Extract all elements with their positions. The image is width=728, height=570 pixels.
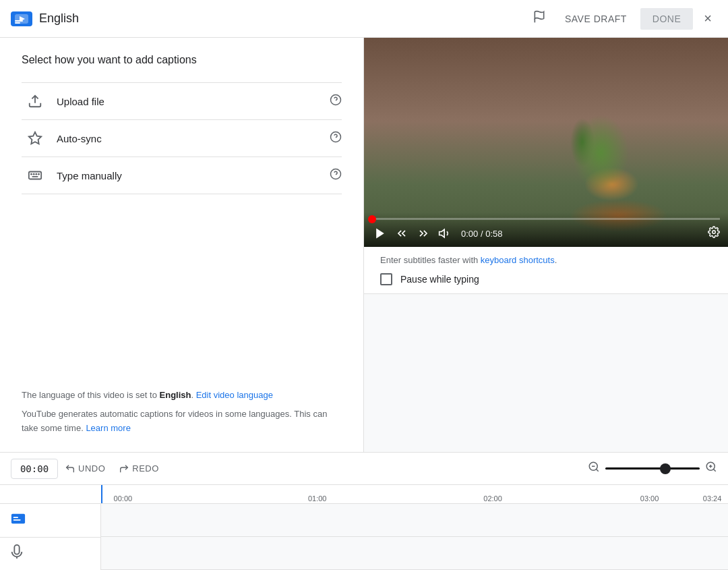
controls-row: 0:00 / 0:58: [372, 225, 720, 241]
youtube-logo-icon: [11, 11, 32, 26]
ruler-mark-0200: 02:00: [483, 494, 502, 503]
undo-button[interactable]: UNDO: [58, 459, 112, 478]
header: English SAVE DRAFT DONE ×: [0, 0, 728, 38]
svg-rect-11: [29, 172, 41, 179]
pause-while-typing-text: Pause while typing: [400, 274, 479, 285]
settings-button[interactable]: [708, 226, 720, 241]
select-caption-title: Select how you want to add captions: [22, 54, 342, 66]
auto-sync-label: Auto-sync: [57, 133, 330, 144]
timeline-area: UNDO REDO: [0, 452, 728, 570]
svg-marker-20: [439, 229, 445, 237]
keyboard-hint: Enter subtitles faster with keyboard sho…: [380, 255, 712, 265]
save-draft-button[interactable]: SAVE DRAFT: [557, 8, 635, 30]
keyboard-shortcuts-link[interactable]: keyboard shortcuts: [481, 255, 555, 265]
right-panel: 0:00 / 0:58 Enter subtitles faster with …: [364, 38, 728, 452]
upload-file-label: Upload file: [57, 96, 330, 107]
done-button[interactable]: DONE: [640, 8, 693, 30]
svg-marker-19: [376, 229, 384, 239]
progress-bar[interactable]: [372, 218, 720, 220]
svg-marker-8: [29, 132, 41, 144]
zoom-controls: [588, 461, 717, 476]
type-manually-help-icon[interactable]: [330, 168, 342, 183]
audio-track-icon: [11, 544, 23, 563]
captions-track-label: [0, 504, 100, 538]
option-list: Upload file Auto-sync: [22, 82, 342, 194]
playhead-line: [101, 485, 102, 503]
lang-info: The language of this video is set to Eng…: [22, 389, 342, 403]
upload-help-icon[interactable]: [330, 94, 342, 109]
svg-line-26: [713, 469, 715, 471]
track-labels: [0, 504, 101, 570]
tracks-container: [101, 504, 728, 570]
ruler-mark-0300: 03:00: [640, 494, 659, 503]
main-content: Select how you want to add captions Uplo…: [0, 38, 728, 452]
svg-rect-29: [11, 513, 25, 523]
zoom-slider[interactable]: [605, 467, 700, 469]
audio-track-row: [101, 537, 728, 570]
type-manually-label: Type manually: [57, 170, 330, 181]
auto-sync-option[interactable]: Auto-sync: [22, 120, 342, 157]
left-panel: Select how you want to add captions Uplo…: [0, 38, 364, 452]
ruler-mark-0000: 00:00: [114, 494, 133, 503]
play-button[interactable]: [372, 225, 388, 241]
pause-while-typing-label[interactable]: Pause while typing: [380, 273, 712, 285]
svg-line-23: [596, 469, 598, 471]
svg-rect-30: [13, 517, 18, 518]
audio-track-label: [0, 538, 100, 571]
svg-point-21: [712, 231, 716, 234]
auto-sync-help-icon[interactable]: [330, 131, 342, 146]
zoom-out-button[interactable]: [588, 461, 600, 476]
video-container: 0:00 / 0:58: [364, 38, 728, 247]
edit-video-language-link[interactable]: Edit video language: [196, 390, 273, 400]
flag-button[interactable]: [527, 5, 551, 32]
ruler-mark-0324: 03:24: [703, 494, 722, 503]
upload-icon: [22, 94, 49, 109]
time-input[interactable]: [11, 459, 58, 479]
video-controls: 0:00 / 0:58: [364, 212, 728, 247]
volume-button[interactable]: [437, 225, 453, 241]
svg-rect-2: [15, 20, 23, 22]
type-manually-option[interactable]: Type manually: [22, 157, 342, 194]
timeline-tracks: [0, 504, 728, 570]
upload-file-option[interactable]: Upload file: [22, 83, 342, 120]
video-info-bar: Enter subtitles faster with keyboard sho…: [364, 247, 728, 294]
svg-rect-31: [13, 519, 21, 521]
header-logo: English: [11, 11, 527, 26]
timeline-ruler: 00:00 01:00 02:00 03:00 03:24: [0, 485, 728, 504]
captions-track-row: [101, 504, 728, 537]
redo-button[interactable]: REDO: [112, 459, 166, 478]
learn-more-link[interactable]: Learn more: [86, 423, 130, 433]
header-actions: SAVE DRAFT DONE ×: [527, 5, 717, 32]
zoom-in-button[interactable]: [705, 461, 717, 476]
ruler-mark-0100: 01:00: [308, 494, 327, 503]
auto-caption-info: YouTube generates automatic captions for…: [22, 407, 342, 436]
time-display: 0:00 / 0:58: [461, 229, 502, 239]
auto-sync-icon: [22, 131, 49, 146]
rewind-button[interactable]: [394, 225, 410, 241]
header-title: English: [39, 11, 79, 26]
forward-button[interactable]: [415, 225, 431, 241]
close-button[interactable]: ×: [698, 5, 717, 32]
progress-dot: [368, 215, 376, 223]
bottom-info: The language of this video is set to Eng…: [22, 378, 342, 436]
keyboard-icon: [22, 168, 49, 183]
svg-rect-3: [15, 22, 20, 24]
timeline-toolbar: UNDO REDO: [0, 453, 728, 485]
captions-track-icon: [11, 513, 26, 528]
pause-while-typing-checkbox[interactable]: [380, 273, 392, 285]
